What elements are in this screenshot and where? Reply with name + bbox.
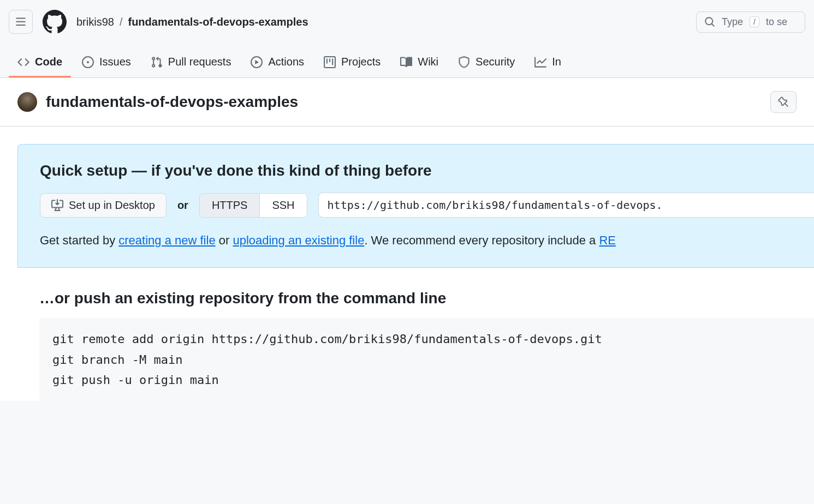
- help-prefix: Get started by: [40, 233, 118, 247]
- insights-icon: [534, 56, 546, 68]
- tab-label: Security: [476, 56, 515, 68]
- tab-actions[interactable]: Actions: [242, 48, 313, 77]
- ssh-toggle[interactable]: SSH: [259, 194, 306, 217]
- push-code-block[interactable]: git remote add origin https://github.com…: [39, 318, 814, 401]
- breadcrumb-repo[interactable]: fundamentals-of-devops-examples: [128, 16, 308, 28]
- tab-projects[interactable]: Projects: [315, 48, 389, 77]
- push-existing-section: …or push an existing repository from the…: [17, 268, 814, 401]
- wiki-icon: [400, 56, 412, 68]
- pin-button[interactable]: [770, 91, 797, 113]
- search-shortcut-key: /: [750, 16, 759, 27]
- code-icon: [17, 56, 29, 68]
- help-mid: or: [216, 233, 233, 247]
- or-text: or: [177, 199, 188, 212]
- quick-setup-heading: Quick setup — if you've done this kind o…: [40, 162, 814, 179]
- header: brikis98 / fundamentals-of-devops-exampl…: [0, 0, 814, 35]
- content: Quick setup — if you've done this kind o…: [0, 127, 814, 401]
- help-suffix: . We recommend every repository include …: [364, 233, 599, 247]
- desktop-button-label: Set up in Desktop: [69, 199, 155, 212]
- breadcrumb: brikis98 / fundamentals-of-devops-exampl…: [76, 16, 687, 28]
- protocol-toggle: HTTPS SSH: [199, 193, 307, 218]
- repo-title: fundamentals-of-devops-examples: [46, 93, 762, 111]
- tab-label: Code: [35, 56, 62, 68]
- actions-icon: [251, 56, 263, 68]
- tab-issues[interactable]: Issues: [73, 48, 140, 77]
- tab-label: Actions: [268, 56, 304, 68]
- repo-title-row: fundamentals-of-devops-examples: [0, 78, 814, 127]
- search-placeholder-suffix: to se: [766, 16, 787, 28]
- tab-pull-requests[interactable]: Pull requests: [142, 48, 240, 77]
- menu-button[interactable]: [9, 10, 33, 34]
- avatar[interactable]: [17, 92, 37, 112]
- upload-file-link[interactable]: uploading an existing file: [233, 233, 364, 247]
- setup-row: Set up in Desktop or HTTPS SSH: [40, 193, 814, 218]
- github-icon: [43, 10, 67, 34]
- tab-label: Projects: [341, 56, 381, 68]
- github-logo[interactable]: [41, 9, 68, 35]
- pull-request-icon: [151, 56, 163, 68]
- help-text: Get started by creating a new file or up…: [40, 231, 814, 250]
- tab-security[interactable]: Security: [449, 48, 524, 77]
- tab-insights[interactable]: In: [526, 48, 570, 77]
- breadcrumb-separator: /: [120, 16, 123, 28]
- hamburger-icon: [15, 16, 26, 27]
- create-file-link[interactable]: creating a new file: [118, 233, 215, 247]
- tab-label: Pull requests: [168, 56, 231, 68]
- search-icon: [704, 16, 715, 27]
- tab-label: Issues: [99, 56, 131, 68]
- tab-wiki[interactable]: Wiki: [391, 48, 447, 77]
- push-heading: …or push an existing repository from the…: [39, 290, 814, 307]
- projects-icon: [324, 56, 336, 68]
- setup-desktop-button[interactable]: Set up in Desktop: [40, 193, 167, 218]
- tab-code[interactable]: Code: [9, 48, 71, 77]
- security-icon: [458, 56, 470, 68]
- clone-url-input[interactable]: [318, 193, 814, 218]
- search-input[interactable]: Type / to se: [696, 11, 805, 33]
- quick-setup-panel: Quick setup — if you've done this kind o…: [17, 144, 814, 268]
- issues-icon: [82, 56, 94, 68]
- https-toggle[interactable]: HTTPS: [200, 194, 260, 217]
- tab-label: Wiki: [418, 56, 438, 68]
- desktop-download-icon: [51, 199, 63, 211]
- pin-icon: [778, 97, 789, 107]
- readme-link[interactable]: RE: [599, 233, 616, 247]
- breadcrumb-owner[interactable]: brikis98: [76, 16, 114, 28]
- tab-label: In: [552, 56, 561, 68]
- search-placeholder-prefix: Type: [722, 16, 743, 28]
- repo-tabs: Code Issues Pull requests Actions Projec…: [0, 48, 814, 78]
